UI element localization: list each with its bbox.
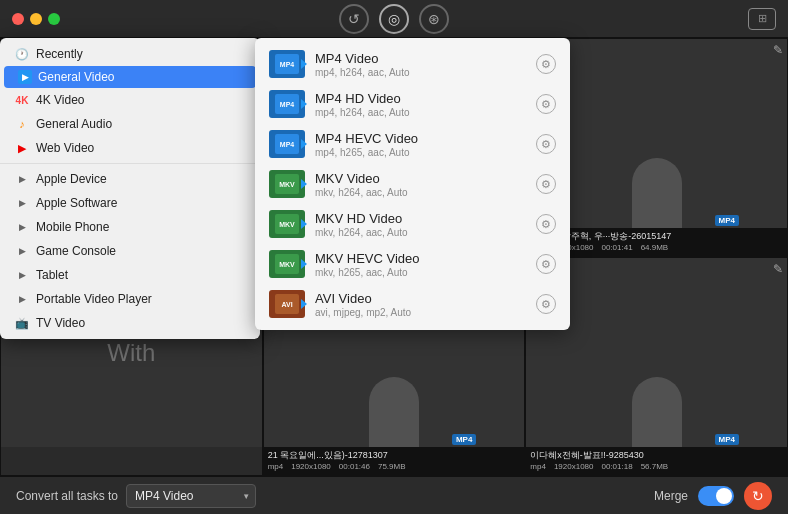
record-icon[interactable]: ◎ — [379, 4, 409, 34]
bottom-right: Merge ↻ — [654, 482, 772, 510]
format-info-6: AVI Video avi, mjpeg, mp2, Auto — [315, 291, 526, 318]
menu-item-general-video[interactable]: ▶ General Video — [4, 66, 256, 88]
format-gear-1[interactable]: ⚙ — [536, 94, 556, 114]
format-gear-2[interactable]: ⚙ — [536, 134, 556, 154]
menu-label-game: Game Console — [36, 244, 116, 258]
menu-label-mobile: Mobile Phone — [36, 220, 109, 234]
menu-separator-1 — [0, 163, 260, 164]
minimize-button[interactable] — [30, 13, 42, 25]
menu-item-web-video[interactable]: ▶ Web Video — [0, 136, 260, 160]
video-format-4: mp4 — [268, 462, 284, 471]
format-item-mp4[interactable]: MP4 MP4 Video mp4, h264, aac, Auto ⚙ — [255, 44, 570, 84]
format-gear-4[interactable]: ⚙ — [536, 214, 556, 234]
format-thumb-label-5: MKV — [275, 254, 299, 274]
format-badge-4: MP4 — [452, 434, 476, 445]
close-button[interactable] — [12, 13, 24, 25]
format-info-0: MP4 Video mp4, h264, aac, Auto — [315, 51, 526, 78]
menu-label-apple-software: Apple Software — [36, 196, 117, 210]
format-item-avi[interactable]: AVI AVI Video avi, mjpeg, mp2, Auto ⚙ — [255, 284, 570, 324]
format-thumb-label-0: MP4 — [275, 54, 299, 74]
video-info-4: 21 목요일에...있음)-12781307 mp4 1920x1080 00:… — [264, 447, 525, 475]
menu-label-tv: TV Video — [36, 316, 85, 330]
format-item-mp4hd[interactable]: MP4 MP4 HD Video mp4, h264, aac, Auto ⚙ — [255, 84, 570, 124]
format-name-4: MKV HD Video — [315, 211, 526, 226]
format-item-mkv[interactable]: MKV MKV Video mkv, h264, aac, Auto ⚙ — [255, 164, 570, 204]
format-badge-2: MP4 — [715, 215, 739, 226]
apple-device-icon: ▶ — [14, 171, 30, 187]
merge-toggle[interactable] — [698, 486, 734, 506]
menu-item-4k-video[interactable]: 4K 4K Video — [0, 88, 260, 112]
video-meta-5: mp4 1920x1080 00:01:18 56.7MB — [530, 462, 783, 471]
format-item-mkvhd[interactable]: MKV MKV HD Video mkv, h264, aac, Auto ⚙ — [255, 204, 570, 244]
menu-label-4k: 4K Video — [36, 93, 85, 107]
format-name-6: AVI Video — [315, 291, 526, 306]
format-info-2: MP4 HEVC Video mp4, h265, aac, Auto — [315, 131, 526, 158]
format-info-1: MP4 HD Video mp4, h264, aac, Auto — [315, 91, 526, 118]
title-bar-center: ↺ ◎ ⊛ — [339, 4, 449, 34]
format-thumb-mp4hevc: MP4 — [269, 130, 305, 158]
format-item-mp4hevc[interactable]: MP4 MP4 HEVC Video mp4, h265, aac, Auto … — [255, 124, 570, 164]
merge-label: Merge — [654, 489, 688, 503]
format-badge-5: MP4 — [715, 434, 739, 445]
rotate-icon[interactable]: ↺ — [339, 4, 369, 34]
format-submenu[interactable]: MP4 MP4 Video mp4, h264, aac, Auto ⚙ MP4… — [255, 38, 570, 330]
video-duration-4: 00:01:46 — [339, 462, 370, 471]
toggle-knob — [716, 488, 732, 504]
format-name-5: MKV HEVC Video — [315, 251, 526, 266]
clock-icon: 🕐 — [14, 46, 30, 62]
video-menu-icon: ▶ — [18, 70, 32, 84]
format-name-1: MP4 HD Video — [315, 91, 526, 106]
audio-icon: ♪ — [14, 116, 30, 132]
menu-item-apple-software[interactable]: ▶ Apple Software — [0, 191, 260, 215]
format-item-mkvhevc[interactable]: MKV MKV HEVC Video mkv, h265, aac, Auto … — [255, 244, 570, 284]
format-menu[interactable]: 🕐 Recently ▶ General Video 4K 4K Video ♪… — [0, 38, 260, 339]
apple-software-icon: ▶ — [14, 195, 30, 211]
menu-item-tablet[interactable]: ▶ Tablet — [0, 263, 260, 287]
video-meta-4: mp4 1920x1080 00:01:46 75.9MB — [268, 462, 521, 471]
portable-icon: ▶ — [14, 291, 30, 307]
tv-icon: 📺 — [14, 315, 30, 331]
game-icon: ▶ — [14, 243, 30, 259]
menu-item-mobile-phone[interactable]: ▶ Mobile Phone — [0, 215, 260, 239]
format-name-3: MKV Video — [315, 171, 526, 186]
format-thumb-label-4: MKV — [275, 214, 299, 234]
convert-button[interactable]: ↻ — [744, 482, 772, 510]
format-gear-6[interactable]: ⚙ — [536, 294, 556, 314]
format-thumb-label-6: AVI — [275, 294, 299, 314]
film-icon[interactable]: ⊛ — [419, 4, 449, 34]
video-format-5: mp4 — [530, 462, 546, 471]
video-resolution-5: 1920x1080 — [554, 462, 594, 471]
edit-icon-2[interactable]: ✎ — [773, 43, 783, 57]
video-size-5: 56.7MB — [641, 462, 669, 471]
format-info-4: MKV HD Video mkv, h264, aac, Auto — [315, 211, 526, 238]
format-thumb-label-1: MP4 — [275, 94, 299, 114]
convert-all-label: Convert all tasks to — [16, 489, 118, 503]
format-gear-3[interactable]: ⚙ — [536, 174, 556, 194]
video-info-5: 이다혜x전혜-발표!!-9285430 mp4 1920x1080 00:01:… — [526, 447, 787, 475]
menu-label-tablet: Tablet — [36, 268, 68, 282]
convert-select[interactable]: MP4 Video MP4 HD Video MP4 HEVC Video MK… — [126, 484, 256, 508]
format-thumb-avi: AVI — [269, 290, 305, 318]
menu-item-recently[interactable]: 🕐 Recently — [0, 42, 260, 66]
video-duration-2: 00:01:41 — [601, 243, 632, 252]
video-duration-5: 00:01:18 — [601, 462, 632, 471]
menu-item-apple-device[interactable]: ▶ Apple Device — [0, 167, 260, 191]
menu-item-general-audio[interactable]: ♪ General Audio — [0, 112, 260, 136]
main-area: 스물다섯스물하 나 스물다섯스물하나 o...+최현욱+이주명) mp4 192… — [0, 38, 788, 476]
menu-label-general-video: General Video — [38, 70, 115, 84]
format-specs-5: mkv, h265, aac, Auto — [315, 267, 526, 278]
menu-item-game-console[interactable]: ▶ Game Console — [0, 239, 260, 263]
format-gear-5[interactable]: ⚙ — [536, 254, 556, 274]
menu-label-apple-device: Apple Device — [36, 172, 107, 186]
title-bar: ↺ ◎ ⊛ ⊞ — [0, 0, 788, 38]
format-info-3: MKV Video mkv, h264, aac, Auto — [315, 171, 526, 198]
format-gear-0[interactable]: ⚙ — [536, 54, 556, 74]
convert-select-wrapper[interactable]: MP4 Video MP4 HD Video MP4 HEVC Video MK… — [126, 484, 256, 508]
format-specs-6: avi, mjpeg, mp2, Auto — [315, 307, 526, 318]
grid-icon[interactable]: ⊞ — [748, 8, 776, 30]
maximize-button[interactable] — [48, 13, 60, 25]
edit-icon-5[interactable]: ✎ — [773, 262, 783, 276]
menu-item-portable-player[interactable]: ▶ Portable Video Player — [0, 287, 260, 311]
format-name-2: MP4 HEVC Video — [315, 131, 526, 146]
menu-item-tv-video[interactable]: 📺 TV Video — [0, 311, 260, 335]
